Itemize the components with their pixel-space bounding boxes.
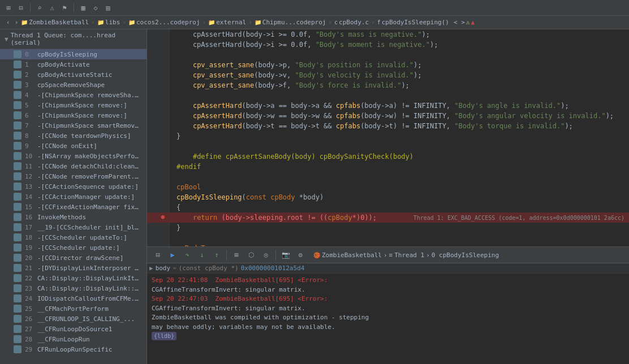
line-content: [170, 141, 629, 151]
code-line: [147, 141, 629, 151]
debug-viewframes-btn[interactable]: ⊞: [230, 249, 243, 261]
thread-item[interactable]: 5 -[ChipmunkSpace remove:]: [0, 100, 147, 110]
var-expand-icon[interactable]: ▶: [149, 265, 153, 272]
svg-rect-4: [15, 92, 20, 98]
thread-item[interactable]: 3 cpSpaceRemoveShape: [0, 80, 147, 90]
frame-num: 10: [25, 153, 34, 160]
line-number: [147, 29, 170, 40]
debug-step-out-btn[interactable]: ↑: [210, 249, 223, 261]
breadcrumb-func[interactable]: cpBodyIsSleeping(): [382, 19, 449, 26]
line-number: [147, 60, 170, 70]
thread-item[interactable]: 0 cpBodyIsSleeping: [0, 49, 147, 59]
debug-all-output-btn[interactable]: ⊟: [152, 249, 164, 261]
thread-item[interactable]: 27 __CFRunLoopDoSource1: [0, 324, 147, 334]
debug-step-over-btn[interactable]: ↷: [181, 249, 193, 261]
thread-item[interactable]: 14 -[CCActionManager update:]: [0, 192, 147, 202]
breadcrumb-cpbody[interactable]: cpBody.c: [339, 19, 369, 26]
line-content: #endif: [170, 162, 629, 172]
search-icon[interactable]: ⌕: [35, 3, 45, 13]
breadcrumb-libs[interactable]: libs: [105, 19, 120, 26]
thread-item[interactable]: 12 -[CCNode removeFromParent...: [0, 171, 147, 181]
line-content: cpAssertHard(body->i >= 0.0f, "Body's mo…: [170, 40, 629, 50]
breadcrumb-project[interactable]: ZombieBasketball: [29, 19, 89, 26]
thread-expand-icon[interactable]: ▼: [5, 36, 8, 43]
code-line: ● return (body->sleeping.root != ((cpBod…: [147, 213, 629, 223]
debug-continue-btn[interactable]: ▶: [166, 249, 179, 261]
thread-item[interactable]: 21 -[DYDisplayLinkInterposer for...: [0, 263, 147, 273]
breadcrumb-back[interactable]: ‹: [5, 19, 12, 26]
frame-num: 21: [25, 265, 34, 272]
svg-rect-17: [15, 224, 20, 230]
code-line: }: [147, 131, 629, 141]
thread-item[interactable]: 20 -[CCDirector drawScene]: [0, 253, 147, 263]
debug-step-into-btn[interactable]: ↓: [196, 249, 208, 261]
thread-item[interactable]: 22 CA::Display::DisplayLinkItem:...: [0, 273, 147, 283]
breadcrumb-fwd[interactable]: ›: [13, 19, 20, 26]
frame-num: 12: [25, 173, 34, 180]
thread-item[interactable]: 29 CFRunLoopRunSpecific: [0, 344, 147, 354]
frame-num: 11: [25, 163, 34, 170]
breadcrumb-warning: ⚠: [466, 19, 470, 26]
warning-icon[interactable]: ⚠: [47, 3, 57, 13]
frame-num: 7: [25, 122, 34, 129]
breadcrumb-cocos[interactable]: cocos2...codeproj: [136, 19, 200, 26]
svg-rect-25: [15, 306, 20, 311]
grid-icon[interactable]: ⊞: [3, 3, 14, 13]
frame-num: 26: [25, 315, 34, 323]
table-icon[interactable]: ▦: [78, 3, 88, 13]
console-area[interactable]: Sep 20 22:41:08 ZombieBasketball[695] <E…: [147, 274, 629, 364]
frame-name: -[ChipmunkSpace smartRemov...: [37, 122, 142, 129]
thread-item[interactable]: 8 -[CCNode teardownPhysics]: [0, 131, 147, 141]
debug-simulate-btn[interactable]: ⬡: [245, 249, 257, 261]
tag-icon[interactable]: ◇: [91, 3, 101, 13]
thread-header: ▼ Thread 1 Queue: com....hread (serial): [0, 29, 147, 49]
frame-name: cpSpaceRemoveShape: [37, 81, 105, 89]
thread-item[interactable]: 2 cpBodyActivateStatic: [0, 70, 147, 80]
thread-item[interactable]: 17 __19-[CCScheduler init]_block...: [0, 222, 147, 232]
thread-item[interactable]: 11 -[CCNode detachChild:cleanu...: [0, 161, 147, 171]
flag-icon[interactable]: ⚑: [59, 3, 70, 13]
frame-num: 22: [25, 275, 34, 282]
breadcrumb-bar: ‹ › 📁 ZombieBasketball › 📁 libs › 📁 coco…: [0, 16, 629, 29]
frame-icon: [14, 50, 21, 58]
frame-num: 0: [25, 51, 34, 58]
debug-camera-btn[interactable]: 📷: [279, 249, 292, 261]
thread-item[interactable]: 24 IODispatchCalloutFromCFMe...: [0, 293, 147, 304]
thread-item[interactable]: 23 CA::Display::DisplayLink::disp...: [0, 283, 147, 293]
thread-item[interactable]: 18 -[CCScheduler updateTo:]: [0, 232, 147, 242]
frame-icon: [14, 335, 21, 343]
code-area[interactable]: cpAssertHard(body->i >= 0.0f, "Body's ma…: [147, 29, 629, 246]
svg-rect-13: [15, 184, 20, 189]
grid2-icon[interactable]: ⊟: [16, 3, 26, 13]
cocos-folder-icon: 📁: [128, 19, 135, 25]
thread-item[interactable]: 19 -[CCScheduler update:]: [0, 242, 147, 253]
debug-locate-btn[interactable]: ◎: [260, 249, 272, 261]
breadcrumb-external[interactable]: external: [216, 19, 246, 26]
thread-item[interactable]: 16 InvokeMethods: [0, 212, 147, 222]
thread-item[interactable]: 28 __CFRunLoopRun: [0, 334, 147, 344]
frame-icon: [14, 183, 21, 190]
thread-item[interactable]: 6 -[ChipmunkSpace remove:]: [0, 110, 147, 120]
frame-icon: [14, 71, 21, 79]
frame-name: -[CCScheduler update:]: [37, 244, 120, 252]
frame-num: 20: [25, 254, 34, 262]
frame-icon: [14, 345, 21, 353]
thread-item[interactable]: 4 -[ChipmunkSpace removeSha...: [0, 90, 147, 100]
breadcrumb-chipmu[interactable]: Chipmu...codeproj: [262, 19, 326, 26]
chat-icon[interactable]: ▤: [103, 3, 113, 13]
thread-item[interactable]: 1 cpBodyActivate: [0, 59, 147, 70]
line-number: [147, 121, 170, 131]
thread-item[interactable]: 26 __CFRUNLOOP_IS_CALLING_...: [0, 314, 147, 324]
thread-item[interactable]: 10 -[NSArray makeObjectsPerfor...: [0, 151, 147, 161]
line-number: [147, 223, 170, 233]
thread-item[interactable]: 25 __CFMachPortPerform: [0, 304, 147, 314]
frame-icon: [14, 264, 21, 272]
debug-sep-2: [275, 250, 276, 260]
thread-item[interactable]: 9 -[CCNode onExit]: [0, 141, 147, 151]
toolbar-sep-1: [30, 3, 31, 12]
thread-item[interactable]: 7 -[ChipmunkSpace smartRemov...: [0, 120, 147, 131]
debug-settings-btn[interactable]: ⚙: [294, 249, 307, 261]
frame-icon: [14, 233, 21, 241]
thread-item[interactable]: 15 -[CCFixedActionManager fixe...: [0, 202, 147, 212]
thread-item[interactable]: 13 -[CCActionSequence update:]: [0, 181, 147, 192]
